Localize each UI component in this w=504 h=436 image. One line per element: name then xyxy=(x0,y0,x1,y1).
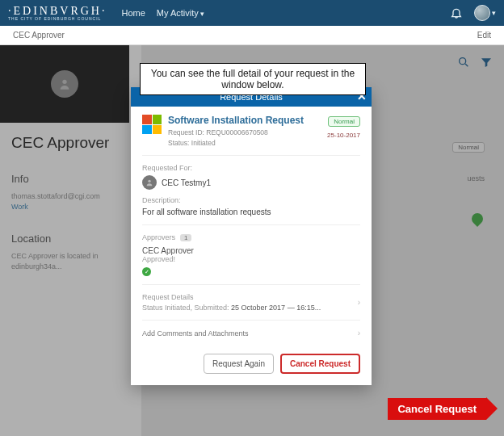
priority-badge: Normal xyxy=(328,116,360,127)
request-status-line: Status: Initiated xyxy=(168,139,304,147)
email-label: Work xyxy=(11,202,130,212)
request-details-modal: Request Details ✕ Software Installation … xyxy=(131,87,372,385)
page-title: CEC Approver xyxy=(11,134,130,152)
description-text: For all software installation requests xyxy=(142,208,360,216)
modal-footer: Request Again Cancel Request xyxy=(131,346,372,385)
request-details-label: Request Details xyxy=(142,293,321,301)
chevron-down-icon: ▾ xyxy=(200,10,204,18)
edit-link[interactable]: Edit xyxy=(477,31,491,40)
approvers-label: Approvers xyxy=(142,233,175,241)
chat-bubble-icon[interactable] xyxy=(469,211,485,227)
request-id-label: Request ID: xyxy=(168,128,204,136)
requested-for-section: Requested For: CEC Testmy1 Description: … xyxy=(142,156,360,225)
chevron-right-icon: › xyxy=(358,329,360,337)
svg-point-1 xyxy=(460,58,466,65)
avatar-icon xyxy=(474,5,490,21)
chevron-down-icon: ▾ xyxy=(492,9,496,17)
profile-photo xyxy=(0,45,129,123)
left-column: CEC Approver Info thomas.stottaford@cgi.… xyxy=(0,45,141,436)
approver-item: CEC Approver Approved! ✓ xyxy=(142,246,360,276)
nav-home[interactable]: Home xyxy=(121,8,145,18)
email-value: thomas.stottaford@cgi.com xyxy=(11,191,130,202)
bell-icon[interactable] xyxy=(450,6,463,19)
request-details-row[interactable]: Request Details Status Initiated, Submit… xyxy=(142,285,360,321)
cancel-request-button[interactable]: Cancel Request xyxy=(280,354,360,374)
requested-for-row: CEC Testmy1 xyxy=(142,175,360,190)
details-prefix: Status Initiated, Submitted: xyxy=(142,304,229,312)
brand-block: ·EDINBVRGH· THE CITY OF EDINBURGH COUNCI… xyxy=(8,5,107,21)
svg-point-0 xyxy=(62,80,66,84)
cta-label: Cancel Request xyxy=(388,398,486,420)
requested-for-name: CEC Testmy1 xyxy=(162,178,211,187)
add-comments-row[interactable]: Add Comments and Attachments › xyxy=(142,321,360,346)
modal-body: Software Installation Request Request ID… xyxy=(131,107,372,346)
instruction-callout: You can see the full detail of your requ… xyxy=(140,63,366,95)
svg-point-2 xyxy=(148,180,150,182)
approvers-section: Approvers 1 CEC Approver Approved! ✓ xyxy=(142,225,360,285)
check-icon: ✓ xyxy=(142,267,151,276)
nav-my-activity[interactable]: My Activity▾ xyxy=(157,8,204,18)
bg-partial-text: uests xyxy=(467,174,485,182)
request-summary: Software Installation Request Request ID… xyxy=(142,115,360,156)
user-menu[interactable]: ▾ xyxy=(474,5,496,21)
request-again-button[interactable]: Request Again xyxy=(204,354,274,374)
status-label: Status: xyxy=(168,139,189,147)
badge-column: Normal 25-10-2017 xyxy=(327,115,360,147)
brand-subtitle: THE CITY OF EDINBURGH COUNCIL xyxy=(8,16,107,21)
description-label: Description: xyxy=(142,196,360,204)
windows-icon xyxy=(142,115,162,134)
request-date: 25-10-2017 xyxy=(327,132,360,139)
nav-items: Home My Activity▾ xyxy=(121,8,204,18)
breadcrumb-bar: CEC Approver Edit xyxy=(0,26,504,45)
add-comments-label: Add Comments and Attachments xyxy=(142,329,249,337)
request-title-block: Software Installation Request Request ID… xyxy=(168,115,304,147)
approvers-count: 1 xyxy=(180,234,191,241)
info-heading: Info xyxy=(11,173,130,185)
filter-icon[interactable] xyxy=(480,56,493,69)
request-details-line: Status Initiated, Submitted: 25 October … xyxy=(142,304,321,312)
arrow-right-icon xyxy=(486,397,498,420)
person-icon xyxy=(142,175,157,190)
bg-priority-chip: Normal xyxy=(452,142,485,153)
search-icon[interactable] xyxy=(457,56,470,69)
status-value: Initiated xyxy=(191,139,216,147)
nav-my-activity-label: My Activity xyxy=(157,8,199,18)
breadcrumb: CEC Approver xyxy=(13,31,65,40)
location-heading: Location xyxy=(11,233,130,245)
request-id-value: REQU00006670508 xyxy=(206,128,268,136)
location-text: CEC Approver is located in edinburgh34a.… xyxy=(11,251,130,271)
person-icon xyxy=(51,70,78,98)
chevron-right-icon: › xyxy=(358,298,360,307)
approver-status: Approved! xyxy=(142,255,360,263)
request-id-line: Request ID: REQU00006670508 xyxy=(168,128,304,136)
top-nav: ·EDINBVRGH· THE CITY OF EDINBURGH COUNCI… xyxy=(0,0,504,26)
request-title: Software Installation Request xyxy=(168,115,304,126)
cancel-request-cta[interactable]: Cancel Request xyxy=(388,397,498,420)
details-date: 25 October 2017 — 16:15... xyxy=(231,304,321,312)
approver-name: CEC Approver xyxy=(142,246,360,255)
requested-for-label: Requested For: xyxy=(142,164,360,172)
